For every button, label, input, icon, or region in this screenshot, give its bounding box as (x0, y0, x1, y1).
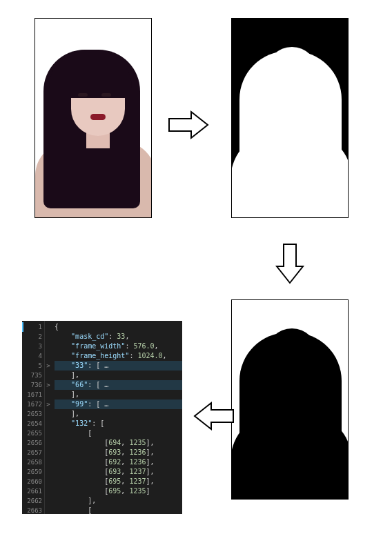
white-silhouette-graphic (235, 41, 345, 217)
panel-code-output: 1234573573616711672265326542655265626572… (22, 321, 182, 514)
black-silhouette-graphic (235, 323, 345, 499)
panel-binary-mask (231, 299, 349, 500)
portrait-graphic (35, 19, 151, 217)
arrow-right-icon (168, 108, 209, 142)
panel-source-portrait (35, 18, 152, 218)
fold-column[interactable]: >>> (45, 321, 52, 514)
line-number-gutter: 1234573573616711672265326542655265626572… (22, 321, 45, 514)
arrow-down-icon (273, 243, 307, 284)
arrow-left-icon (193, 399, 235, 433)
panel-alpha-mask (231, 18, 349, 218)
code-editor[interactable]: 1234573573616711672265326542655265626572… (22, 321, 182, 514)
code-content[interactable]: { "mask_cd": 33, "frame_width": 576.0, "… (52, 321, 182, 514)
